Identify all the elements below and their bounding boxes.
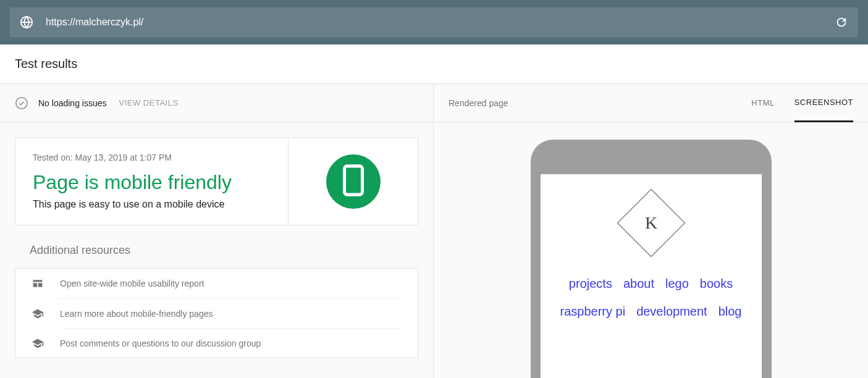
nav-link[interactable]: blog xyxy=(718,304,742,319)
nav-link[interactable]: books xyxy=(700,277,733,291)
tab-screenshot[interactable]: SCREENSHOT xyxy=(794,85,853,122)
result-text-area: Tested on: May 13, 2019 at 1:07 PM Page … xyxy=(15,138,288,225)
resource-item-usability-report[interactable]: Open site-wide mobile usability report xyxy=(15,269,418,298)
view-details-button[interactable]: VIEW DETAILS xyxy=(119,98,179,107)
right-header: Rendered page HTML SCREENSHOT xyxy=(434,84,868,122)
preview-area: K projects about lego books raspberry pi… xyxy=(434,122,868,378)
resource-item-discussion[interactable]: Post comments or questions to our discus… xyxy=(60,328,403,358)
url-text: https://malcherczyk.pl/ xyxy=(46,17,822,28)
result-card: Tested on: May 13, 2019 at 1:07 PM Page … xyxy=(15,137,418,225)
result-heading: Page is mobile friendly xyxy=(33,171,271,194)
right-column: Rendered page HTML SCREENSHOT K projects… xyxy=(434,84,868,378)
nav-row-2: raspberry pi development blog xyxy=(560,304,742,319)
right-tabs: HTML SCREENSHOT xyxy=(751,84,853,122)
rendered-page-label: Rendered page xyxy=(449,98,508,108)
resource-item-learn-more[interactable]: Learn more about mobile-friendly pages xyxy=(60,298,403,328)
school-icon xyxy=(30,308,45,320)
school-icon xyxy=(30,337,45,350)
site-logo: K xyxy=(617,189,685,257)
resource-list: Open site-wide mobile usability report L… xyxy=(15,268,418,358)
phone-screen: K projects about lego books raspberry pi… xyxy=(541,174,762,378)
mobile-friendly-badge xyxy=(326,154,381,209)
globe-icon xyxy=(20,15,33,29)
loading-issues-row: No loading issues VIEW DETAILS xyxy=(0,84,433,122)
refresh-icon[interactable] xyxy=(835,15,848,29)
resource-label: Open site-wide mobile usability report xyxy=(60,279,204,288)
loading-text: No loading issues xyxy=(38,98,107,108)
nav-link[interactable]: development xyxy=(636,304,707,319)
tab-html[interactable]: HTML xyxy=(751,84,774,122)
nav-link[interactable]: raspberry pi xyxy=(560,304,626,319)
nav-row-1: projects about lego books xyxy=(569,277,733,291)
nav-link[interactable]: projects xyxy=(569,277,612,291)
nav-link[interactable]: about xyxy=(623,277,654,291)
resource-label: Post comments or questions to our discus… xyxy=(60,338,261,348)
phone-frame: K projects about lego books raspberry pi… xyxy=(531,140,772,378)
url-bar: https://malcherczyk.pl/ xyxy=(0,0,868,44)
tested-on-text: Tested on: May 13, 2019 at 1:07 PM xyxy=(33,153,271,162)
web-page-icon xyxy=(30,277,45,290)
nav-link[interactable]: lego xyxy=(665,277,689,291)
checkmark-circle-icon xyxy=(15,96,28,110)
title-bar: Test results xyxy=(0,44,868,84)
result-badge-area xyxy=(288,138,418,225)
left-column: No loading issues VIEW DETAILS Tested on… xyxy=(0,84,434,378)
additional-resources-heading: Additional resources xyxy=(0,240,433,268)
smartphone-icon xyxy=(342,164,364,199)
svg-rect-2 xyxy=(344,166,362,194)
page-title: Test results xyxy=(15,57,77,71)
content: No loading issues VIEW DETAILS Tested on… xyxy=(0,84,868,378)
svg-point-1 xyxy=(16,97,27,108)
logo-letter: K xyxy=(644,213,657,233)
url-input[interactable]: https://malcherczyk.pl/ xyxy=(10,7,858,37)
result-subtext: This page is easy to use on a mobile dev… xyxy=(33,199,271,210)
resource-label: Learn more about mobile-friendly pages xyxy=(60,309,213,319)
